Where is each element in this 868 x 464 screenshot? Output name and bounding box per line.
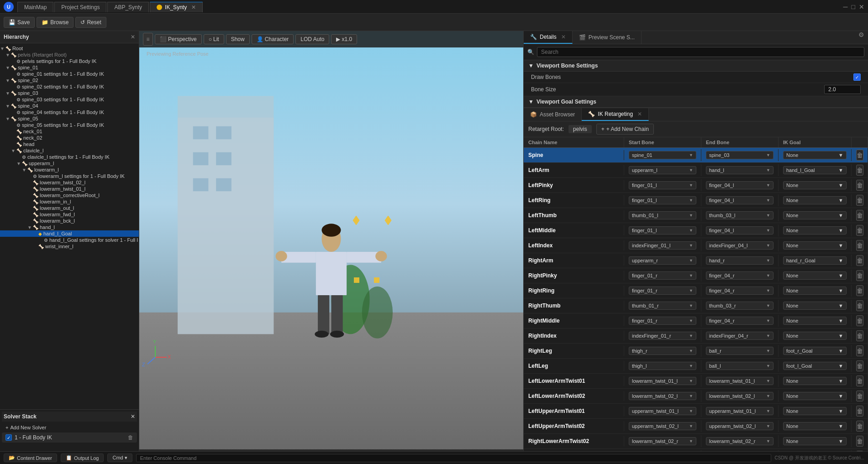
chain-delete-button[interactable]: 🗑 <box>856 165 863 176</box>
tree-item[interactable]: ▼🦴clavicle_l <box>0 147 139 154</box>
end-bone-select[interactable]: ball_l ▼ <box>706 362 773 370</box>
tree-item[interactable]: ▼🦴upperarm_l <box>0 160 139 167</box>
tree-item[interactable]: ▼🦴pelvis (Retarget Root) <box>0 52 139 58</box>
perspective-button[interactable]: ⬛ Perspective <box>155 34 202 44</box>
tree-item[interactable]: ▼🦴spine_02 <box>0 77 139 83</box>
ik-goal-select[interactable]: None ▼ <box>783 151 847 159</box>
tree-item[interactable]: ▼🦴spine_05 <box>0 115 139 122</box>
panel-settings-icon[interactable]: ⚙ <box>855 31 868 44</box>
end-bone-select[interactable]: lowerarm_twist_02_r ▼ <box>706 437 773 445</box>
start-bone-select[interactable]: upperarm_l ▼ <box>629 166 696 174</box>
start-bone-select[interactable]: finger_01_l ▼ <box>629 181 696 189</box>
chain-delete-button[interactable]: 🗑 <box>856 391 863 401</box>
start-bone-select[interactable]: finger_01_l ▼ <box>629 196 696 204</box>
chain-delete-button[interactable]: 🗑 <box>856 345 863 356</box>
lod-button[interactable]: LOD Auto <box>295 34 329 44</box>
start-bone-select[interactable]: lowerarm_twist_01_l ▼ <box>629 377 696 385</box>
viewport-bone-settings-header[interactable]: ▼ Viewport Bone Settings <box>524 60 868 72</box>
ik-goal-select[interactable]: None ▼ <box>783 332 847 340</box>
start-bone-select[interactable]: finger_01_l ▼ <box>629 226 696 235</box>
end-bone-select[interactable]: ball_r ▼ <box>706 347 773 355</box>
ik-goal-select[interactable]: None ▼ <box>783 437 847 445</box>
ik-goal-select[interactable]: None ▼ <box>783 211 847 219</box>
chain-delete-button[interactable]: 🗑 <box>856 180 863 191</box>
chain-row[interactable]: Spine spine_01 ▼ spine_03 ▼ None ▼ 🗑 <box>524 148 868 163</box>
end-bone-select[interactable]: finger_04_l ▼ <box>706 196 773 204</box>
chain-delete-button[interactable]: 🗑 <box>856 360 863 371</box>
tree-item[interactable]: 🦴neck_01 <box>0 128 139 135</box>
start-bone-select[interactable]: finger_01_r ▼ <box>629 317 696 325</box>
ik-goal-select[interactable]: foot_r_Goal ▼ <box>783 347 847 355</box>
start-bone-select[interactable]: indexFinger_01_l ▼ <box>629 241 696 250</box>
end-bone-select[interactable]: spine_03 ▼ <box>706 151 773 159</box>
cmd-button[interactable]: Cmd ▾ <box>107 454 132 462</box>
ik-goal-select[interactable]: None ▼ <box>783 226 847 235</box>
tree-item[interactable]: ▼🦴Root <box>0 45 139 52</box>
viewport-canvas[interactable]: X Y Z Previewing Reference Pose <box>139 31 523 464</box>
start-bone-select[interactable]: upperarm_twist_02_l ▼ <box>629 422 696 430</box>
tab-mainmap[interactable]: MainMap <box>17 2 53 12</box>
chain-delete-button[interactable]: 🗑 <box>856 270 863 281</box>
tree-item[interactable]: ▼🦴lowerarm_l <box>0 167 139 173</box>
tree-item[interactable]: 🦴lowerarm_in_l <box>0 198 139 205</box>
end-bone-select[interactable]: indexFinger_04_r ▼ <box>706 332 773 340</box>
chain-row[interactable]: LeftMiddle finger_01_l ▼ finger_04_l ▼ N… <box>524 223 868 238</box>
solver-enabled-checkbox[interactable]: ✓ <box>5 434 12 441</box>
chain-delete-button[interactable]: 🗑 <box>856 240 863 251</box>
ik-goal-select[interactable]: None ▼ <box>783 196 847 204</box>
end-bone-select[interactable]: hand_l ▼ <box>706 166 773 174</box>
tree-item[interactable]: ▼🦴spine_04 <box>0 103 139 109</box>
ik-goal-select[interactable]: None ▼ <box>783 392 847 400</box>
bone-size-input[interactable] <box>824 85 861 94</box>
show-button[interactable]: Show <box>226 34 250 44</box>
chain-delete-button[interactable]: 🗑 <box>856 300 863 311</box>
chain-row[interactable]: LeftUpperArmTwist01 upperarm_twist_01_l … <box>524 404 868 419</box>
tree-item[interactable]: ⚙clavicle_l settings for 1 - Full Body I… <box>0 154 139 160</box>
end-bone-select[interactable]: finger_04_r ▼ <box>706 271 773 280</box>
start-bone-select[interactable]: thumb_01_r ▼ <box>629 302 696 310</box>
tree-item[interactable]: ◆hand_l_Goal <box>0 230 139 237</box>
viewport-goal-settings-header[interactable]: ▼ Viewport Goal Settings <box>524 96 868 108</box>
tree-item[interactable]: 🦴neck_02 <box>0 135 139 141</box>
add-solver-button[interactable]: + Add New Solver <box>2 423 137 432</box>
end-bone-select[interactable]: thumb_03_l ▼ <box>706 211 773 219</box>
chain-row[interactable]: RightMiddle finger_01_r ▼ finger_04_r ▼ … <box>524 313 868 328</box>
start-bone-select[interactable]: spine_01 ▼ <box>629 151 696 159</box>
end-bone-select[interactable]: upperarm_twist_01_l ▼ <box>706 407 773 415</box>
viewport-menu-button[interactable]: ≡ <box>143 33 153 46</box>
chain-row[interactable]: LeftArm upperarm_l ▼ hand_l ▼ hand_l_Goa… <box>524 163 868 178</box>
start-bone-select[interactable]: upperarm_twist_01_l ▼ <box>629 407 696 415</box>
add-chain-button[interactable]: + + Add New Chain <box>596 124 654 135</box>
end-bone-select[interactable]: thumb_03_r ▼ <box>706 302 773 310</box>
ik-goal-select[interactable]: None ▼ <box>783 407 847 415</box>
details-tab-close[interactable]: ✕ <box>561 34 566 40</box>
ik-goal-select[interactable]: foot_l_Goal ▼ <box>783 362 847 370</box>
tree-item[interactable]: ⚙spine_02 settings for 1 - Full Body IK <box>0 83 139 90</box>
ik-goal-select[interactable]: None ▼ <box>783 287 847 295</box>
tree-item[interactable]: 🦴lowerarm_bck_l <box>0 218 139 224</box>
chain-row[interactable]: LeftLeg thigh_l ▼ ball_l ▼ foot_l_Goal ▼… <box>524 359 868 374</box>
chain-row[interactable]: LeftThumb thumb_01_l ▼ thumb_03_l ▼ None… <box>524 208 868 223</box>
ik-goal-select[interactable]: None ▼ <box>783 181 847 189</box>
ik-goal-select[interactable]: None ▼ <box>783 377 847 385</box>
start-bone-select[interactable]: thigh_l ▼ <box>629 362 696 370</box>
chain-delete-button[interactable]: 🗑 <box>856 195 863 206</box>
ik-goal-select[interactable]: hand_r_Goal ▼ <box>783 256 847 265</box>
start-bone-select[interactable]: thumb_01_l ▼ <box>629 211 696 219</box>
browse-button[interactable]: 📁 Browse <box>37 17 74 28</box>
save-button[interactable]: 💾 Save <box>4 17 35 28</box>
tab-ik-synty[interactable]: IK_Synty ✕ <box>150 2 203 12</box>
tree-item[interactable]: ⚙spine_03 settings for 1 - Full Body IK <box>0 96 139 103</box>
ik-goal-select[interactable]: None ▼ <box>783 317 847 325</box>
chain-row[interactable]: RightThumb thumb_01_r ▼ thumb_03_r ▼ Non… <box>524 298 868 313</box>
win-close[interactable]: ✕ <box>859 3 864 10</box>
chain-delete-button[interactable]: 🗑 <box>856 315 863 326</box>
ik-goal-select[interactable]: None ▼ <box>783 302 847 310</box>
chain-delete-button[interactable]: 🗑 <box>856 375 863 386</box>
tab-abp-synty[interactable]: ABP_Synty <box>107 2 149 12</box>
tree-item[interactable]: ⚙hand_l_Goal settings for solver 1 - Ful… <box>0 237 139 243</box>
chain-delete-button[interactable]: 🗑 <box>856 150 863 161</box>
chain-row[interactable]: RightIndex indexFinger_01_r ▼ indexFinge… <box>524 328 868 344</box>
solver-delete-button[interactable]: 🗑 <box>128 434 133 441</box>
chain-row[interactable]: LeftIndex indexFinger_01_l ▼ indexFinger… <box>524 238 868 253</box>
